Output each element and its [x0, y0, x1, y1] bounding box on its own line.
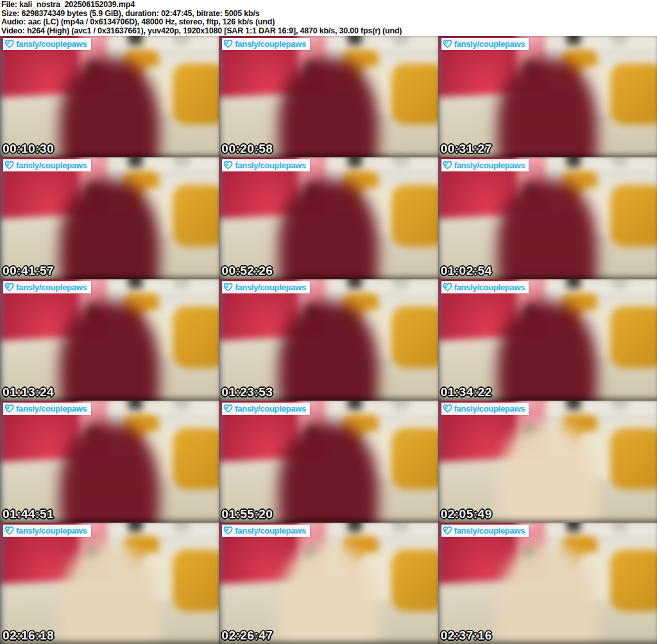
watermark-label: fansly/couplepaws	[235, 161, 306, 170]
fansly-heart-icon	[4, 283, 14, 292]
timestamp-overlay: 01:23:53	[221, 385, 273, 399]
watermark-badge: fansly/couplepaws	[441, 281, 529, 293]
thumbnail-scene-placeholder	[438, 523, 657, 644]
thumbnail: fansly/couplepaws 01:13:24	[0, 279, 219, 401]
audio-info-line: Audio: aac (LC) (mp4a / 0x6134706D), 480…	[1, 18, 657, 27]
thumbnail-scene-placeholder	[219, 279, 438, 401]
fansly-heart-icon	[443, 39, 452, 49]
timestamp-overlay: 01:13:24	[3, 385, 54, 399]
watermark-label: fansly/couplepaws	[454, 283, 525, 292]
timestamp-overlay: 00:31:27	[441, 142, 492, 156]
watermark-badge: fansly/couplepaws	[441, 403, 529, 415]
thumbnail-scene-placeholder	[0, 401, 219, 522]
watermark-label: fansly/couplepaws	[16, 283, 87, 292]
watermark-label: fansly/couplepaws	[16, 161, 87, 170]
fansly-heart-icon	[443, 283, 452, 292]
thumbnail-scene-placeholder	[0, 36, 219, 157]
timestamp-overlay: 02:37:16	[441, 629, 492, 643]
thumbnail-scene-placeholder	[438, 401, 657, 522]
fansly-heart-icon	[223, 283, 233, 292]
contact-sheet: File: kali_nostra_202506152039.mp4 Size:…	[0, 0, 657, 644]
timestamp-overlay: 02:26:47	[221, 629, 273, 643]
watermark-label: fansly/couplepaws	[454, 526, 525, 535]
thumbnail: fansly/couplepaws 02:26:47	[219, 523, 438, 644]
thumbnail-scene-placeholder	[219, 157, 438, 279]
thumbnail: fansly/couplepaws 02:16:18	[0, 523, 219, 644]
fansly-heart-icon	[223, 526, 233, 535]
file-name-line: File: kali_nostra_202506152039.mp4	[1, 1, 657, 10]
watermark-badge: fansly/couplepaws	[222, 281, 310, 293]
thumbnail: fansly/couplepaws 00:41:57	[0, 157, 219, 279]
timestamp-overlay: 01:55:20	[221, 507, 273, 521]
media-info-header: File: kali_nostra_202506152039.mp4 Size:…	[0, 0, 657, 36]
thumbnail-grid: fansly/couplepaws 00:10:30	[0, 36, 657, 644]
watermark-label: fansly/couplepaws	[235, 39, 306, 49]
watermark-label: fansly/couplepaws	[16, 526, 87, 535]
fansly-heart-icon	[223, 161, 233, 170]
watermark-badge: fansly/couplepaws	[3, 525, 91, 537]
timestamp-overlay: 02:16:18	[3, 629, 54, 643]
watermark-label: fansly/couplepaws	[235, 283, 306, 292]
watermark-label: fansly/couplepaws	[16, 404, 87, 413]
thumbnail: fansly/couplepaws 01:44:51	[0, 401, 219, 522]
thumbnail: fansly/couplepaws 00:31:27	[438, 36, 657, 157]
thumbnail-scene-placeholder	[219, 523, 438, 644]
fansly-heart-icon	[4, 526, 14, 535]
fansly-heart-icon	[443, 404, 452, 413]
watermark-label: fansly/couplepaws	[235, 404, 306, 413]
timestamp-overlay: 01:02:54	[441, 264, 492, 278]
watermark-badge: fansly/couplepaws	[3, 403, 91, 415]
video-info-line: Video: h264 (High) (avc1 / 0x31637661), …	[1, 27, 657, 36]
watermark-badge: fansly/couplepaws	[3, 281, 91, 293]
thumbnail-scene-placeholder	[438, 279, 657, 401]
thumbnail: fansly/couplepaws 01:02:54	[438, 157, 657, 279]
file-size-line: Size: 6298374349 bytes (5.9 GiB), durati…	[1, 10, 657, 19]
thumbnail: fansly/couplepaws 01:23:53	[219, 279, 438, 401]
watermark-badge: fansly/couplepaws	[3, 38, 91, 50]
fansly-heart-icon	[4, 39, 14, 49]
watermark-label: fansly/couplepaws	[454, 404, 525, 413]
thumbnail: fansly/couplepaws 02:37:16	[438, 523, 657, 644]
thumbnail: fansly/couplepaws 00:20:58	[219, 36, 438, 157]
timestamp-overlay: 00:10:30	[3, 142, 54, 156]
watermark-badge: fansly/couplepaws	[222, 403, 310, 415]
thumbnail-scene-placeholder	[219, 401, 438, 522]
watermark-badge: fansly/couplepaws	[222, 525, 310, 537]
timestamp-overlay: 00:52:26	[221, 264, 273, 278]
fansly-heart-icon	[4, 161, 14, 170]
thumbnail-scene-placeholder	[0, 157, 219, 279]
watermark-badge: fansly/couplepaws	[3, 159, 91, 171]
thumbnail-scene-placeholder	[219, 36, 438, 157]
watermark-label: fansly/couplepaws	[454, 161, 525, 170]
timestamp-overlay: 00:41:57	[3, 264, 54, 278]
watermark-badge: fansly/couplepaws	[222, 159, 310, 171]
fansly-heart-icon	[223, 39, 233, 49]
fansly-heart-icon	[223, 404, 233, 413]
timestamp-overlay: 01:44:51	[3, 507, 54, 521]
thumbnail-scene-placeholder	[0, 279, 219, 401]
thumbnail-scene-placeholder	[438, 36, 657, 157]
thumbnail: fansly/couplepaws 02:05:49	[438, 401, 657, 522]
watermark-label: fansly/couplepaws	[235, 526, 306, 535]
watermark-badge: fansly/couplepaws	[441, 525, 529, 537]
fansly-heart-icon	[443, 161, 452, 170]
timestamp-overlay: 02:05:49	[441, 507, 492, 521]
watermark-badge: fansly/couplepaws	[441, 159, 529, 171]
fansly-heart-icon	[443, 526, 452, 535]
watermark-label: fansly/couplepaws	[454, 39, 525, 49]
timestamp-overlay: 00:20:58	[221, 142, 273, 156]
thumbnail-scene-placeholder	[0, 523, 219, 644]
fansly-heart-icon	[4, 404, 14, 413]
thumbnail: fansly/couplepaws 01:55:20	[219, 401, 438, 522]
watermark-badge: fansly/couplepaws	[222, 38, 310, 50]
thumbnail-scene-placeholder	[438, 157, 657, 279]
thumbnail: fansly/couplepaws 00:10:30	[0, 36, 219, 157]
thumbnail: fansly/couplepaws 01:34:22	[438, 279, 657, 401]
watermark-label: fansly/couplepaws	[16, 39, 87, 49]
timestamp-overlay: 01:34:22	[441, 385, 492, 399]
watermark-badge: fansly/couplepaws	[441, 38, 529, 50]
thumbnail: fansly/couplepaws 00:52:26	[219, 157, 438, 279]
